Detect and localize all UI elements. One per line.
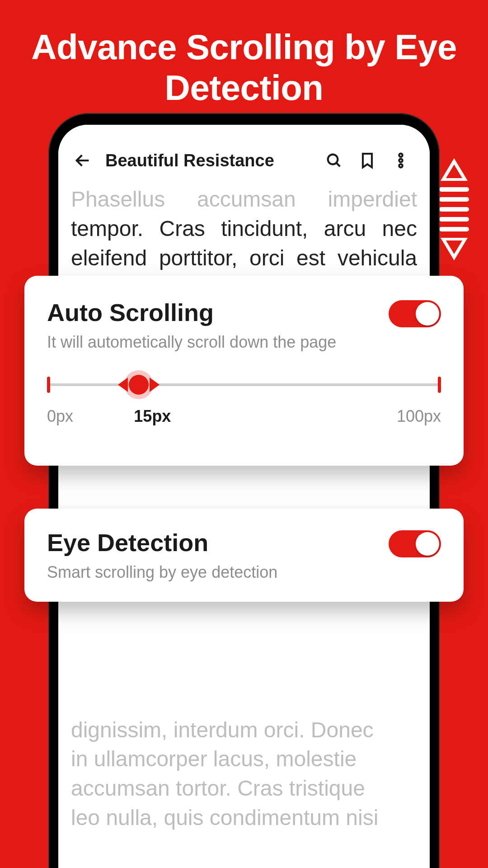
promo-headline: Advance Scrolling by Eye Detection <box>0 0 488 126</box>
auto-scrolling-subtitle: It will autometically scroll down the pa… <box>47 333 336 352</box>
reader-line: accumsan tortor. Cras tristique <box>71 774 417 803</box>
search-button[interactable] <box>323 150 345 171</box>
slider-value-label: 15px <box>134 407 171 426</box>
eye-detection-subtitle: Smart scrolling by eye detection <box>47 563 277 582</box>
more-button[interactable] <box>390 150 412 171</box>
scroll-speed-slider[interactable]: 0px 15px 100px <box>47 383 441 426</box>
svg-point-1 <box>399 154 402 157</box>
eye-detection-toggle[interactable] <box>389 530 441 557</box>
app-bar: Beautiful Resistance <box>58 125 430 185</box>
bookmark-button[interactable] <box>357 150 378 171</box>
phone-frame: Beautiful Resistance Phasellus accumsan … <box>48 113 440 868</box>
reader-line: leo nulla, quis condimentum nisi <box>71 803 417 833</box>
reader-line: Phasellus accumsan imperdiet <box>71 187 417 211</box>
scroll-indicator <box>439 158 469 260</box>
slider-min-label: 0px <box>47 407 73 426</box>
auto-scrolling-card: Auto Scrolling It will autometically scr… <box>24 276 464 466</box>
scroll-bars-icon <box>439 187 469 231</box>
back-button[interactable] <box>72 150 94 171</box>
slider-max-label: 100px <box>397 407 441 426</box>
slider-knob[interactable] <box>129 375 149 395</box>
auto-scrolling-toggle[interactable] <box>389 300 441 327</box>
phone-screen: Beautiful Resistance Phasellus accumsan … <box>58 125 430 868</box>
reader-line: in ullamcorper lacus, molestie <box>71 745 417 774</box>
document-title: Beautiful Resistance <box>105 151 274 170</box>
eye-detection-card: Eye Detection Smart scrolling by eye det… <box>24 509 464 602</box>
svg-point-3 <box>399 164 402 167</box>
eye-detection-title: Eye Detection <box>47 528 277 557</box>
chevron-down-icon <box>441 238 468 260</box>
chevron-up-icon <box>441 158 468 181</box>
svg-point-0 <box>328 155 338 165</box>
svg-point-2 <box>399 159 402 162</box>
reader-line: dignissim, interdum orci. Donec <box>71 716 417 745</box>
auto-scrolling-title: Auto Scrolling <box>47 298 336 326</box>
